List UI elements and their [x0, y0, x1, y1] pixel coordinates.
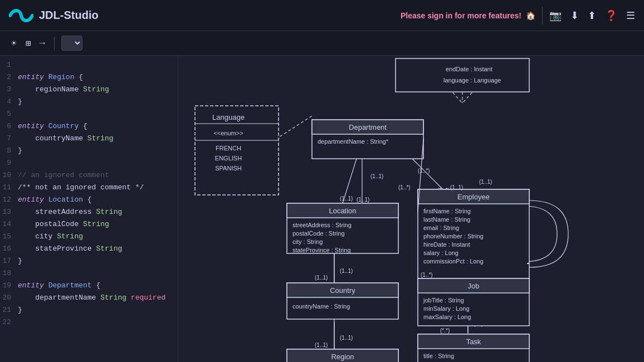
line-number: 14 [0, 220, 18, 228]
svg-text:Location: Location [329, 207, 356, 215]
logo-area: JDL-Studio [9, 8, 99, 23]
code-line: 1 [0, 60, 178, 72]
svg-text:language : Language: language : Language [443, 77, 501, 84]
template-select[interactable] [61, 36, 82, 51]
svg-text:streetAddress : String: streetAddress : String [292, 222, 352, 228]
grid-icon[interactable]: ⊞ [23, 36, 33, 51]
header-icons: 📷 ⬇ ⬆ ❓ ☰ [549, 9, 635, 22]
toolbar: ☀ ⊞ → [0, 31, 644, 56]
code-line: 10// an ignored comment [0, 170, 178, 183]
svg-text:Department: Department [349, 123, 387, 131]
line-content: /** not an ignored comment */ [18, 183, 144, 192]
code-line: 2entity Region { [0, 72, 178, 85]
code-line: 21} [0, 305, 178, 317]
header: JDL-Studio Please sign in for more featu… [0, 0, 644, 31]
line-number: 21 [0, 306, 18, 314]
svg-text:countryName : String: countryName : String [292, 303, 350, 310]
svg-text:SPANISH: SPANISH [215, 165, 242, 172]
line-number: 11 [0, 183, 18, 192]
line-number: 2 [0, 73, 18, 81]
arrow-icon[interactable]: → [37, 36, 47, 51]
svg-text:city : String: city : String [292, 238, 323, 245]
svg-text:(1..*): (1..*) [418, 168, 430, 174]
line-content: entity Department { [18, 281, 100, 290]
camera-icon[interactable]: 📷 [549, 9, 562, 22]
code-line: 16 stateProvince String [0, 244, 178, 256]
code-line: 7 countryName String [0, 134, 178, 146]
sign-in-banner: Please sign in for more features! 🏠 [401, 11, 535, 20]
svg-text:(1..*): (1..*) [421, 272, 433, 278]
svg-text:FRENCH: FRENCH [216, 145, 241, 151]
line-number: 8 [0, 146, 18, 155]
line-number: 7 [0, 134, 18, 143]
diagram-area[interactable]: (1..1) (1..1) (1..*) (1..*) (1..1) (1..*… [178, 56, 644, 362]
svg-text:Job: Job [468, 282, 480, 290]
svg-text:(1..1): (1..1) [315, 342, 328, 348]
line-content: stateProvince String [18, 244, 122, 253]
line-number: 10 [0, 171, 18, 179]
svg-text:stateProvince : String: stateProvince : String [292, 247, 351, 253]
line-number: 20 [0, 293, 18, 302]
svg-text:(1..1): (1..1) [340, 268, 353, 274]
code-line: 14 postalCode String [0, 219, 178, 232]
code-line: 8} [0, 146, 178, 158]
line-content: } [18, 97, 22, 106]
code-editor[interactable]: 12entity Region {3 regionName String4}56… [0, 56, 178, 362]
svg-text:(1..1): (1..1) [479, 179, 492, 185]
line-content: countryName String [18, 134, 114, 143]
home-icon[interactable]: 🏠 [526, 11, 535, 20]
svg-text:(1..*): (1..*) [398, 184, 411, 190]
svg-text:commissionPct : Long: commissionPct : Long [423, 258, 484, 265]
line-number: 17 [0, 257, 18, 265]
line-content: departmentName String required [18, 293, 165, 302]
code-line: 3 regionName String [0, 85, 178, 97]
code-line: 12entity Location { [0, 195, 178, 207]
upload-icon[interactable]: ⬆ [588, 9, 596, 22]
svg-text:Region: Region [331, 353, 354, 361]
sign-in-text: Please sign in for more features! [401, 11, 521, 20]
code-line: 13 streetAddress String [0, 207, 178, 219]
download-icon[interactable]: ⬇ [570, 9, 579, 22]
line-number: 13 [0, 208, 18, 216]
code-line: 4} [0, 97, 178, 109]
help-icon[interactable]: ❓ [605, 9, 617, 22]
svg-text:(1..1): (1..1) [340, 335, 353, 341]
line-content: // an ignored comment [18, 171, 109, 179]
line-number: 15 [0, 232, 18, 241]
svg-text:endDate : Instant: endDate : Instant [446, 66, 492, 72]
diagram-svg: (1..1) (1..1) (1..*) (1..*) (1..1) (1..*… [178, 56, 644, 362]
line-content: entity Country { [18, 122, 87, 130]
line-content: streetAddress String [18, 208, 122, 216]
line-number: 16 [0, 244, 18, 253]
code-line: 6entity Country { [0, 121, 178, 134]
menu-icon[interactable]: ☰ [626, 9, 635, 22]
line-number: 6 [0, 122, 18, 130]
line-number: 3 [0, 85, 18, 94]
code-line: 15 city String [0, 232, 178, 244]
svg-text:(1..1): (1..1) [315, 275, 328, 281]
code-line: 22 [0, 317, 178, 330]
line-number: 1 [0, 61, 18, 69]
svg-text:minSalary : Long: minSalary : Long [423, 305, 470, 312]
svg-rect-20 [396, 58, 529, 92]
svg-text:(1..1): (1..1) [450, 184, 463, 190]
code-line: 20 departmentName String required [0, 293, 178, 305]
svg-text:Employee: Employee [457, 193, 490, 201]
line-number: 12 [0, 195, 18, 204]
main-area: 12entity Region {3 regionName String4}56… [0, 56, 644, 362]
line-content: entity Region { [18, 73, 83, 81]
svg-text:salary : Long: salary : Long [423, 250, 458, 256]
svg-text:postalCode : String: postalCode : String [292, 230, 345, 237]
sun-icon[interactable]: ☀ [9, 36, 19, 51]
code-line: 19entity Department { [0, 281, 178, 293]
line-content: regionName String [18, 85, 109, 94]
line-content: } [18, 306, 22, 314]
svg-text:Country: Country [330, 286, 355, 295]
toolbar-divider [54, 37, 55, 50]
svg-text:(1..1): (1..1) [370, 173, 383, 179]
line-number: 18 [0, 269, 18, 277]
code-line: 9 [0, 158, 178, 170]
header-divider [542, 7, 543, 25]
logo-icon [9, 8, 33, 23]
line-number: 4 [0, 97, 18, 106]
